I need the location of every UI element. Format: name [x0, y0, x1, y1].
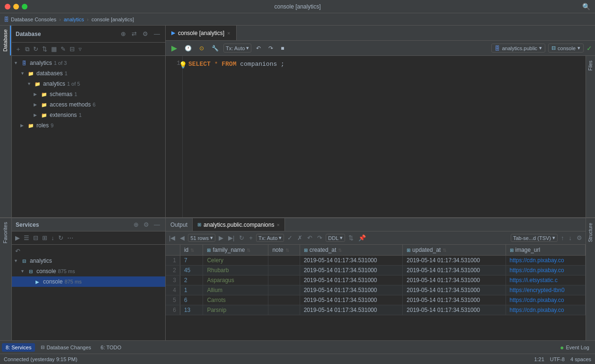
console-selector[interactable]: ⊟ console ▾ — [548, 44, 584, 53]
results-tab-output[interactable]: Output — [166, 218, 193, 231]
files-tab[interactable]: Files — [587, 58, 594, 73]
add-btn[interactable]: ＋ — [14, 44, 23, 54]
undo-results-icon[interactable]: ↶ — [306, 234, 314, 242]
services-collapse-icon[interactable]: — — [152, 221, 161, 229]
redo-results-icon[interactable]: ↷ — [316, 234, 324, 242]
tree-analytics-root[interactable]: ▼ 🗄 analytics 1 of 3 — [12, 58, 165, 68]
minimize-button[interactable] — [13, 4, 19, 9]
schema-selector[interactable]: 🗄 analytics.public ▾ — [491, 44, 545, 53]
editor-content[interactable]: 💡 SELECT * FROM companions ; — [183, 56, 586, 217]
sort-desc-icon[interactable]: ↓ — [568, 234, 574, 242]
tree-access-methods[interactable]: ▶ 📁 access methods 6 — [12, 99, 165, 110]
table-row[interactable]: 1 7 Celery 2019-05-14 01:17:34.531000 20… — [166, 256, 586, 266]
table-row[interactable]: 6 13 Parsnip 2019-05-14 01:17:34.531000 … — [166, 305, 586, 315]
nav-first-icon[interactable]: |◀ — [168, 234, 177, 242]
show-schema-icon[interactable]: ⇅ — [347, 234, 355, 242]
run-button[interactable]: ▶ — [169, 43, 180, 53]
svc-undo-icon[interactable]: ↶ — [14, 247, 22, 255]
data-table-wrapper[interactable]: id⇅ ⊞family_name⇅ note⇅ ⊞created_at⇅ ⊞up — [166, 245, 586, 340]
explain-button[interactable]: 🔧 — [209, 44, 222, 53]
tree-analytics-db[interactable]: ▼ 📁 analytics 1 of 5 — [12, 79, 165, 89]
settings-icon[interactable]: ⚙ — [141, 30, 150, 38]
table-row[interactable]: 4 1 Allium 2019-05-14 01:17:34.531000 20… — [166, 285, 586, 295]
breadcrumb-item-2[interactable]: analytics — [64, 17, 84, 22]
tsv-selector[interactable]: Tab-se...d (TSV) ▾ — [511, 234, 558, 242]
search-icon[interactable]: 🔍 — [582, 3, 590, 10]
table-row[interactable]: 2 45 Rhubarb 2019-05-14 01:17:34.531000 … — [166, 266, 586, 275]
breadcrumb-item-1[interactable]: Database Consoles — [11, 17, 56, 22]
svc-analytics-item[interactable]: ▼ ⊟ analytics — [12, 256, 165, 266]
tab-close-icon[interactable]: × — [227, 30, 230, 36]
history-button[interactable]: 🕐 — [182, 44, 195, 53]
col-note[interactable]: note⇅ — [268, 245, 300, 256]
refresh-btn[interactable]: ↻ — [32, 45, 40, 53]
hint-bulb-icon[interactable]: 💡 — [179, 61, 187, 70]
sidebar-title: Database — [16, 31, 41, 37]
svc-execute-icon[interactable]: ▶ — [14, 234, 21, 242]
tree-databases[interactable]: ▼ 📁 databases 1 — [12, 68, 165, 79]
tree-roles[interactable]: ▶ 📁 roles 9 — [12, 120, 165, 131]
tree-schemas[interactable]: ▶ 📁 schemas 1 — [12, 89, 165, 99]
svc-more-icon[interactable]: ⋯ — [66, 234, 75, 242]
svc-tree-icon[interactable]: ⊞ — [41, 234, 49, 242]
submit-icon[interactable]: ✓ — [286, 234, 294, 242]
revert-icon[interactable]: ✗ — [296, 234, 304, 242]
undo-button[interactable]: ↶ — [253, 44, 264, 53]
cell-updated-at: 2019-05-14 01:17:34.531000 — [403, 256, 506, 266]
svc-refresh-icon[interactable]: ↻ — [57, 234, 65, 242]
more-options-icon[interactable]: ⚙ — [575, 234, 584, 242]
rows-selector[interactable]: 51 rows ▾ — [188, 234, 215, 242]
nav-last-icon[interactable]: ▶| — [227, 234, 236, 242]
tx-selector-results[interactable]: Tx: Auto ▾ — [256, 234, 284, 242]
cell-id: 13 — [180, 305, 203, 315]
sync-btn[interactable]: ⇅ — [41, 45, 49, 53]
breadcrumb-item-3[interactable]: console [analytics] — [91, 17, 134, 22]
col-image-url[interactable]: ⊞image_url — [506, 245, 585, 256]
svc-groupby-icon[interactable]: ⊟ — [32, 234, 40, 242]
bottom-tab-services[interactable]: 8: Services — [2, 343, 35, 352]
svc-console-child[interactable]: ▶ console 875 ms — [12, 276, 165, 287]
nav-next-icon[interactable]: ▶ — [217, 234, 225, 242]
ddl-selector[interactable]: DDL ▾ — [326, 234, 345, 242]
table-view-btn[interactable]: ▦ — [50, 45, 58, 53]
col-id[interactable]: id⇅ — [180, 245, 203, 256]
col-family-name[interactable]: ⊞family_name⇅ — [203, 245, 268, 256]
stop-button[interactable]: ■ — [278, 44, 287, 53]
maximize-button[interactable] — [22, 4, 27, 9]
structure-tab[interactable]: Structure — [587, 220, 594, 245]
nav-prev-icon[interactable]: ◀ — [178, 234, 186, 242]
pin-results-icon[interactable]: 📌 — [357, 234, 367, 242]
svc-console-parent[interactable]: ▼ ⊟ console 875 ms — [12, 266, 165, 276]
bottom-tab-todo[interactable]: 6: TODO — [97, 343, 125, 352]
tx-selector[interactable]: Tx: Auto ▾ — [223, 44, 251, 53]
tree-extensions[interactable]: ▶ 📁 extensions 1 — [12, 110, 165, 120]
table-row[interactable]: 5 6 Carrots 2019-05-14 01:17:34.531000 2… — [166, 295, 586, 305]
filter-btn[interactable]: ▿ — [77, 45, 83, 53]
editor-tab-console[interactable]: ▶ console [analytics] × — [166, 26, 237, 40]
col-updated-at[interactable]: ⊞updated_at⇅ — [403, 245, 506, 256]
col-created-at[interactable]: ⊞created_at⇅ — [300, 245, 402, 256]
svc-pin-icon[interactable]: ↓ — [50, 234, 56, 242]
add-datasource-icon[interactable]: ⊕ — [119, 30, 127, 38]
table-row[interactable]: 3 2 Asparagus 2019-05-14 01:17:34.531000… — [166, 275, 586, 285]
results-tab-data[interactable]: ⊞ analytics.public.companions × — [193, 218, 285, 231]
svc-filter-icon[interactable]: ☰ — [22, 234, 31, 242]
left-tab-database[interactable]: Database — [0, 26, 11, 55]
schema-mapping-icon[interactable]: ⇄ — [130, 30, 138, 38]
copy-btn[interactable]: ⧉ — [24, 45, 31, 53]
add-row-icon[interactable]: + — [248, 234, 254, 242]
bottom-tab-db-changes[interactable]: ⊟ Database Changes — [37, 343, 95, 352]
close-button[interactable] — [5, 4, 10, 9]
data-tab-close-icon[interactable]: × — [276, 222, 279, 228]
services-settings-icon[interactable]: ⚙ — [142, 221, 151, 229]
bottom-left-tab[interactable]: Favorites — [0, 218, 11, 247]
tree-extensions-label: extensions — [50, 112, 77, 118]
refresh-results-icon[interactable]: ↻ — [238, 234, 246, 242]
redo-button[interactable]: ↷ — [266, 44, 276, 53]
services-add-icon[interactable]: ⊕ — [132, 221, 140, 229]
collapse-icon[interactable]: — — [152, 30, 161, 38]
edit-btn[interactable]: ✎ — [59, 45, 67, 53]
event-log-button[interactable]: ● Event Log — [556, 342, 593, 353]
sort-asc-icon[interactable]: ↑ — [559, 234, 566, 242]
properties-btn[interactable]: ⊟ — [68, 45, 76, 53]
